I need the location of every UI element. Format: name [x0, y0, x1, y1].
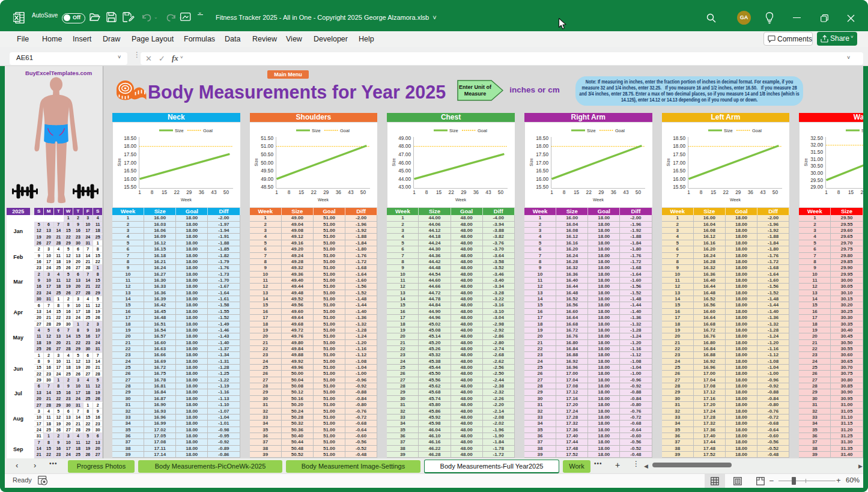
svg-text:43: 43: [485, 189, 491, 195]
svg-text:Size: Size: [804, 158, 808, 166]
svg-text:43: 43: [211, 189, 217, 195]
svg-text:15.50: 15.50: [673, 184, 685, 190]
svg-text:31.00: 31.00: [810, 156, 823, 162]
svg-text:50: 50: [360, 189, 366, 195]
svg-text:48.50: 48.50: [261, 184, 273, 190]
svg-text:15: 15: [574, 189, 580, 195]
svg-text:29.50: 29.50: [810, 177, 823, 183]
svg-text:50.50: 50.50: [261, 151, 273, 157]
svg-text:43: 43: [760, 189, 766, 195]
svg-text:Size: Size: [117, 158, 121, 166]
svg-text:44.00: 44.00: [398, 175, 411, 181]
svg-text:16.00: 16.00: [124, 175, 136, 181]
svg-text:1: 1: [138, 189, 141, 195]
svg-text:17.50: 17.50: [124, 151, 136, 157]
svg-text:30.00: 30.00: [810, 169, 823, 175]
svg-text:8: 8: [837, 189, 840, 195]
svg-text:50.00: 50.00: [261, 159, 273, 165]
svg-text:22: 22: [586, 189, 592, 195]
svg-text:29: 29: [186, 189, 192, 195]
svg-text:Measure: Measure: [464, 91, 487, 97]
svg-text:Goal: Goal: [752, 128, 762, 133]
svg-text:46.00: 46.00: [398, 159, 411, 165]
svg-text:17.50: 17.50: [673, 151, 685, 157]
svg-text:1: 1: [413, 189, 416, 195]
svg-text:Size: Size: [529, 158, 533, 166]
svg-text:49.50: 49.50: [261, 168, 273, 174]
svg-text:1: 1: [687, 189, 690, 195]
svg-text:18.50: 18.50: [536, 135, 548, 141]
svg-text:32.00: 32.00: [810, 142, 823, 148]
svg-text:Week: Week: [181, 198, 192, 202]
svg-text:Goal: Goal: [615, 128, 625, 133]
svg-text:17.00: 17.00: [673, 159, 685, 165]
svg-text:1: 1: [550, 189, 553, 195]
svg-text:16.50: 16.50: [673, 168, 685, 174]
svg-text:1: 1: [825, 189, 828, 195]
svg-text:15: 15: [299, 189, 305, 195]
svg-text:15: 15: [848, 189, 854, 195]
svg-text:15: 15: [436, 189, 442, 195]
svg-text:36: 36: [198, 189, 204, 195]
svg-text:18.50: 18.50: [124, 135, 136, 141]
svg-text:18.50: 18.50: [673, 135, 685, 141]
svg-text:36: 36: [473, 189, 479, 195]
svg-text:15.50: 15.50: [124, 184, 136, 190]
svg-text:22: 22: [311, 189, 317, 195]
svg-text:18.00: 18.00: [536, 143, 548, 149]
svg-text:Enter Unit of: Enter Unit of: [459, 84, 492, 90]
svg-text:29.00: 29.00: [810, 184, 823, 190]
svg-text:Size: Size: [666, 158, 670, 166]
svg-text:51.50: 51.50: [261, 135, 273, 141]
svg-text:50: 50: [635, 189, 641, 195]
svg-text:8: 8: [700, 189, 703, 195]
svg-text:47.00: 47.00: [398, 151, 411, 157]
svg-text:16.50: 16.50: [124, 168, 136, 174]
svg-text:48.00: 48.00: [398, 143, 411, 149]
svg-text:Size: Size: [392, 158, 396, 166]
svg-text:17.00: 17.00: [536, 159, 548, 165]
svg-text:50: 50: [223, 189, 229, 195]
svg-text:18.00: 18.00: [673, 143, 685, 149]
svg-text:49.00: 49.00: [261, 175, 273, 181]
svg-text:29: 29: [735, 189, 741, 195]
svg-text:17.50: 17.50: [536, 151, 548, 157]
svg-text:15.50: 15.50: [536, 184, 548, 190]
svg-text:51.00: 51.00: [261, 143, 273, 149]
svg-text:8: 8: [150, 189, 153, 195]
svg-text:31.50: 31.50: [810, 149, 823, 155]
svg-text:29: 29: [598, 189, 604, 195]
svg-text:22: 22: [174, 189, 180, 195]
svg-text:36: 36: [336, 189, 342, 195]
svg-text:43.00: 43.00: [398, 184, 411, 190]
svg-text:Goal: Goal: [478, 128, 487, 133]
svg-text:43: 43: [348, 189, 354, 195]
svg-text:Goal: Goal: [203, 128, 213, 133]
svg-text:Size: Size: [175, 128, 184, 133]
svg-text:15: 15: [162, 189, 168, 195]
svg-text:29: 29: [461, 189, 467, 195]
svg-text:15: 15: [711, 189, 717, 195]
svg-text:50: 50: [498, 189, 504, 195]
svg-text:45.00: 45.00: [398, 168, 411, 174]
svg-text:32.50: 32.50: [810, 135, 823, 141]
svg-text:Size: Size: [724, 128, 733, 133]
svg-text:16.50: 16.50: [536, 168, 548, 174]
svg-text:Size: Size: [587, 128, 596, 133]
svg-text:Week: Week: [730, 198, 741, 202]
svg-text:Goal: Goal: [340, 128, 350, 133]
svg-text:Week: Week: [593, 198, 604, 202]
svg-text:Size: Size: [254, 158, 258, 166]
svg-text:43: 43: [623, 189, 629, 195]
svg-text:30.50: 30.50: [810, 163, 823, 169]
svg-text:Size: Size: [449, 128, 458, 133]
svg-text:29: 29: [323, 189, 329, 195]
svg-text:Week: Week: [318, 198, 329, 202]
svg-text:16.00: 16.00: [536, 175, 548, 181]
svg-text:1: 1: [275, 189, 278, 195]
svg-text:Week: Week: [455, 198, 466, 202]
svg-text:36: 36: [748, 189, 754, 195]
svg-text:8: 8: [562, 189, 565, 195]
svg-text:Size: Size: [312, 128, 321, 133]
svg-text:17.00: 17.00: [124, 159, 136, 165]
